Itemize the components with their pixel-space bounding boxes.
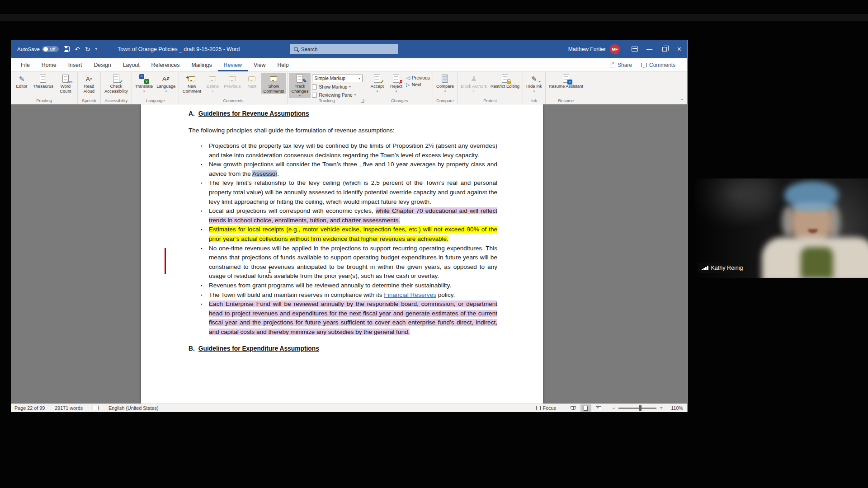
block-authors-button[interactable]: Block Authors ▾ [459,73,489,94]
previous-comment-button[interactable]: Previous [222,73,242,89]
bullet-new-growth[interactable]: New growth projections will consider the… [201,160,497,178]
group-accessibility: ✓ Check Accessibility Accessibility [101,72,132,104]
next-comment-button[interactable]: Next [242,73,261,89]
thesaurus-button[interactable]: Thesaurus [31,73,55,89]
zoom-in-button[interactable]: + [660,405,663,411]
statusbar-right: Focus − + 110% [536,404,683,412]
focus-button[interactable]: Focus [536,405,556,411]
web-layout-button[interactable] [593,404,604,412]
read-aloud-icon: A» [84,74,94,83]
tab-design[interactable]: Design [88,58,117,71]
undo-icon[interactable]: ↶ [75,46,80,52]
customize-qat-icon[interactable]: ▾ [95,47,97,51]
bullet-list: Projections of the property tax levy wil… [201,141,497,337]
language-indicator[interactable]: English (United States) [108,405,158,411]
zoom-slider-thumb[interactable] [639,405,642,411]
translate-dropdown-icon: ▾ [143,89,145,93]
tab-review[interactable]: Review [218,58,248,71]
zoom-out-button[interactable]: − [612,405,615,411]
word-window: AutoSave Off ↶ ↻ ▾ Town of Orange Polici… [11,40,687,412]
zoom-level[interactable]: 110% [666,405,683,411]
track-changes-dropdown-icon: ▾ [299,94,301,98]
accept-button[interactable]: ✓ Accept ▾ [368,73,387,94]
webcam-video-tile[interactable]: Kathy Reinig [695,178,868,278]
delete-comment-button[interactable]: Delete ▾ [203,73,222,94]
bullet-local-aid[interactable]: Local aid projections will correspond wi… [201,206,497,225]
check-accessibility-button[interactable]: ✓ Check Accessibility [102,73,130,94]
bullet-reserves[interactable]: The Town will build and maintain reserve… [201,291,497,300]
reviewing-pane-button[interactable]: Reviewing Pane ▾ [312,91,363,99]
group-label-resume: Resume [547,99,585,104]
ribbon-display-options-button[interactable] [627,40,642,58]
zoom-slider[interactable] [618,408,656,409]
intro-paragraph[interactable]: The following principles shall guide the… [189,127,497,134]
bullet-levy-limit[interactable]: The levy limit’s relationship to the lev… [201,178,497,206]
group-label-accessibility: Accessibility [102,99,130,104]
bullet-enterprise-fund[interactable]: Each Enterprise Fund will be reviewed an… [201,300,497,337]
show-markup-button[interactable]: Show Markup ▾ [312,83,363,90]
resume-assistant-button[interactable]: in Resume Assistant [547,73,585,89]
reject-button[interactable]: ✗ Reject ▾ [387,73,406,94]
read-mode-button[interactable] [568,404,579,412]
bullet-local-receipts[interactable]: Estimates for local receipts (e.g., moto… [201,225,497,244]
track-changes-button[interactable]: ✎ Track Changes ▾ [289,73,311,98]
hide-ink-button[interactable]: ✎~ Hide Ink ▾ [524,73,544,94]
new-comment-button[interactable]: + New Comment [180,73,203,94]
tab-references[interactable]: References [146,58,186,71]
bullet-grant-programs[interactable]: Revenues from grant programs will be rev… [201,281,497,291]
read-aloud-button[interactable]: A» Read Aloud [79,73,99,94]
restrict-editing-button[interactable]: Restrict Editing [489,73,521,89]
collapse-ribbon-icon[interactable]: ⌃ [680,99,684,103]
changes-nav: ◁ Previous ▷ Next [406,75,430,87]
page-indicator[interactable]: Page 22 of 99 [14,405,45,411]
group-resume: in Resume Assistant Resume [546,72,586,104]
print-layout-button[interactable] [580,404,591,412]
comments-button[interactable]: Comments [637,61,679,70]
autosave-pill[interactable]: Off [42,46,59,52]
participant-shirt [801,247,833,278]
tracking-dialog-launcher[interactable] [361,99,364,103]
save-icon[interactable] [64,46,70,52]
tab-view[interactable]: View [248,58,271,71]
bullet-one-time-revenues[interactable]: No one-time revenues will be applied in … [201,244,497,281]
search-input[interactable]: Search [290,44,398,54]
tab-layout[interactable]: Layout [117,58,146,71]
block-authors-dropdown-icon: ▾ [473,89,474,93]
language-button[interactable]: A⇵ Language ▾ [155,73,177,94]
editor-button[interactable]: ✎ Editor [12,73,31,89]
close-button[interactable]: × [672,40,687,58]
minimize-button[interactable]: — [642,40,657,58]
markup-dropdown-icon: ▾ [356,75,362,82]
avatar[interactable]: MF [610,44,620,54]
compare-button[interactable]: Compare ▾ [434,73,456,94]
proofing-status-icon[interactable] [93,406,99,410]
tab-insert[interactable]: Insert [62,58,88,71]
redo-icon[interactable]: ↻ [85,46,90,52]
previous-change-button[interactable]: ◁ Previous [406,75,430,80]
tab-home[interactable]: Home [36,58,62,71]
connection-signal-icon [702,266,708,270]
autosave-toggle[interactable]: AutoSave Off [17,46,59,52]
comments-icon [641,63,647,67]
language-icon: A⇵ [161,74,171,83]
word-count-indicator[interactable]: 29171 words [55,405,83,411]
bullet-property-tax-levy[interactable]: Projections of the property tax levy wil… [201,141,497,160]
tab-mailings[interactable]: Mailings [186,58,218,71]
tab-help[interactable]: Help [271,58,294,71]
group-comments: + New Comment Delete ▾ Previous Next [179,72,288,104]
ribbon-tabs: File Home Insert Design Layout Reference… [15,58,295,71]
tab-file[interactable]: File [15,58,36,71]
heading-revenue-assumptions[interactable]: A.Guidelines for Revenue Assumptions [189,110,497,117]
share-button[interactable]: Share [606,61,636,70]
translate-button[interactable]: a y Translate ▾ [133,73,155,94]
word-count-button[interactable]: 123 Word Count [55,73,76,94]
markup-mode-select[interactable]: Simple Markup ▾ [312,75,363,82]
restore-button[interactable] [657,40,672,58]
show-comments-button[interactable]: Show Comments [261,73,286,94]
document-canvas[interactable]: A.Guidelines for Revenue Assumptions The… [11,104,687,404]
next-change-button[interactable]: ▷ Next [406,82,430,87]
heading-expenditure-assumptions[interactable]: B.Guidelines for Expenditure Assumptions [189,345,497,352]
document-page[interactable]: A.Guidelines for Revenue Assumptions The… [141,104,543,404]
reviewing-pane-icon [312,93,317,98]
account-name[interactable]: Matthew Fortier [568,46,606,52]
